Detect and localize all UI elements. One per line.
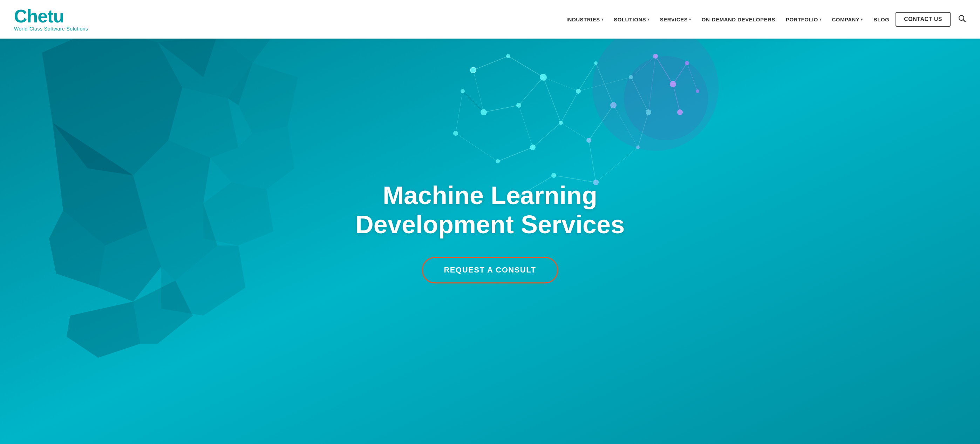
hero-section: Machine Learning Development Services RE… — [0, 0, 980, 444]
logo-name: Chetu — [14, 7, 91, 25]
contact-us-button[interactable]: CONTACT US — [896, 12, 951, 27]
logo-area[interactable]: Chetu World-Class Software Solutions — [14, 7, 91, 32]
chevron-down-icon: ▾ — [819, 18, 822, 21]
hero-title: Machine Learning Development Services — [98, 181, 882, 239]
svg-line-1 — [964, 20, 966, 22]
chevron-down-icon: ▾ — [648, 18, 649, 21]
logo-tagline: World-Class Software Solutions — [14, 26, 91, 32]
hero-content: Machine Learning Development Services RE… — [98, 181, 882, 283]
nav-company[interactable]: COMPANY ▾ — [827, 14, 867, 25]
nav-blog[interactable]: BLOG — [869, 14, 893, 25]
nav-industries[interactable]: INDUSTRIES ▾ — [562, 14, 608, 25]
svg-point-66 — [624, 56, 708, 140]
site-header: Chetu World-Class Software Solutions IND… — [0, 0, 980, 38]
chevron-down-icon: ▾ — [861, 18, 863, 21]
chevron-down-icon: ▾ — [689, 18, 691, 21]
nav-on-demand-developers[interactable]: ON-DEMAND DEVELOPERS — [697, 14, 780, 25]
nav-solutions[interactable]: SOLUTIONS ▾ — [609, 14, 654, 25]
request-consult-button[interactable]: REQUEST A CONSULT — [422, 257, 558, 283]
nav-portfolio[interactable]: PORTFOLIO ▾ — [782, 14, 826, 25]
chevron-down-icon: ▾ — [601, 18, 604, 21]
search-icon[interactable] — [958, 14, 966, 24]
nav-services[interactable]: SERVICES ▾ — [656, 14, 695, 25]
main-nav: INDUSTRIES ▾ SOLUTIONS ▾ SERVICES ▾ ON-D… — [562, 12, 966, 27]
